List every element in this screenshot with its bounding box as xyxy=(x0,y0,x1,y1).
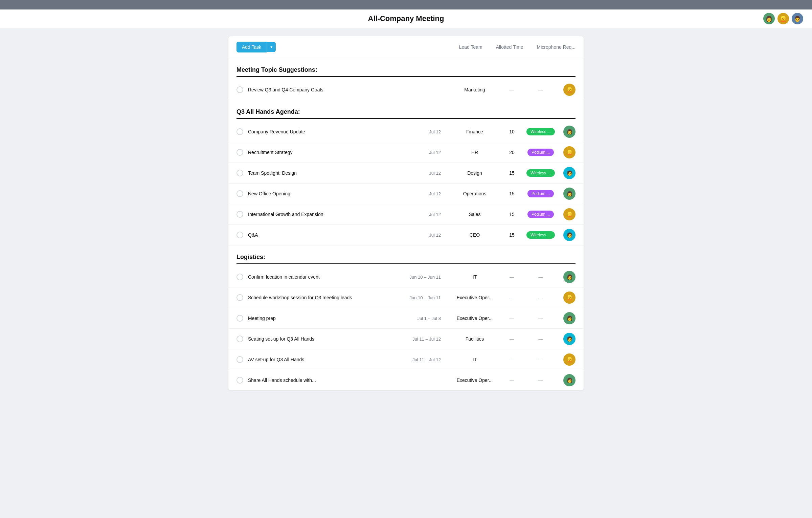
mic-badge[interactable]: Wireless ... xyxy=(526,128,555,135)
task-checkbox[interactable] xyxy=(236,149,243,156)
task-name: Seating set-up for Q3 All Hands xyxy=(248,336,397,342)
task-checkbox[interactable] xyxy=(236,86,243,93)
task-time: 15 xyxy=(502,232,522,238)
mic-badge[interactable]: Podium ... xyxy=(527,190,554,197)
task-date: Jul 12 xyxy=(397,212,441,217)
task-mic: — xyxy=(522,87,559,92)
task-time: — xyxy=(502,336,522,342)
task-team: Executive Oper... xyxy=(448,316,502,321)
task-date: Jul 11 – Jul 12 xyxy=(397,357,441,362)
task-name: Confirm location in calendar event xyxy=(248,274,397,280)
task-checkbox[interactable] xyxy=(236,294,243,301)
main-content: Add Task ▾ Lead Team Allotted Time Micro… xyxy=(0,28,812,398)
avatar: 👱 xyxy=(563,146,576,158)
table-row: Review Q3 and Q4 Company Goals Marketing… xyxy=(228,80,584,100)
avatar: 👱 xyxy=(563,292,576,304)
task-time: — xyxy=(502,357,522,362)
task-name: AV set-up for Q3 All Hands xyxy=(248,357,397,362)
page-title: All-Company Meeting xyxy=(368,14,444,23)
task-time: 15 xyxy=(502,191,522,196)
task-date: Jun 10 – Jun 11 xyxy=(397,295,441,300)
table-row: Share All Hands schedule with... Executi… xyxy=(228,370,584,390)
mic-badge[interactable]: Podium ... xyxy=(527,211,554,218)
task-team: IT xyxy=(448,357,502,362)
task-checkbox[interactable] xyxy=(236,170,243,176)
task-time: 20 xyxy=(502,150,522,155)
task-mic: Podium ... xyxy=(522,190,559,197)
section-logistics: Logistics: xyxy=(228,245,584,267)
task-name: Team Spotlight: Design xyxy=(248,170,397,176)
task-checkbox[interactable] xyxy=(236,377,243,384)
table-row: International Growth and Expansion Jul 1… xyxy=(228,204,584,225)
task-name: Schedule workshop session for Q3 meeting… xyxy=(248,295,397,300)
avatar-1[interactable]: 👩 xyxy=(763,12,775,25)
task-name: International Growth and Expansion xyxy=(248,212,397,217)
header-avatars: 👩 👱 👨 xyxy=(763,12,804,25)
section-q3-all-hands: Q3 All Hands Agenda: xyxy=(228,100,584,122)
section-meeting-topic-suggestions: Meeting Topic Suggestions: xyxy=(228,58,584,80)
task-time: — xyxy=(502,377,522,383)
task-name: Recruitment Strategy xyxy=(248,150,397,155)
avatar: 👩 xyxy=(563,374,576,386)
task-checkbox[interactable] xyxy=(236,232,243,238)
task-mic: Wireless ... xyxy=(522,128,559,135)
task-team: IT xyxy=(448,274,502,280)
task-checkbox[interactable] xyxy=(236,315,243,322)
task-mic: Podium ... xyxy=(522,211,559,218)
task-mic: — xyxy=(522,336,559,342)
table-row: New Office Opening Jul 12 Operations 15 … xyxy=(228,184,584,204)
task-team: Operations xyxy=(448,191,502,196)
task-checkbox[interactable] xyxy=(236,190,243,197)
task-time: — xyxy=(502,295,522,300)
avatar: 👱 xyxy=(563,208,576,220)
table-row: AV set-up for Q3 All Hands Jul 11 – Jul … xyxy=(228,349,584,370)
avatar: 👩 xyxy=(563,126,576,138)
avatar-2[interactable]: 👱 xyxy=(777,12,790,25)
task-team: Executive Oper... xyxy=(448,295,502,300)
task-date: Jul 12 xyxy=(397,129,441,134)
task-name: Share All Hands schedule with... xyxy=(248,377,397,383)
add-task-dropdown-button[interactable]: ▾ xyxy=(267,42,276,52)
col-lead-team: Lead Team xyxy=(459,44,482,50)
task-team: HR xyxy=(448,150,502,155)
mic-badge[interactable]: Podium ... xyxy=(527,149,554,156)
col-microphone-req: Microphone Req... xyxy=(537,44,576,50)
toolbar: Add Task ▾ Lead Team Allotted Time Micro… xyxy=(228,36,584,58)
task-team: Executive Oper... xyxy=(448,377,502,383)
top-bar xyxy=(0,0,812,9)
add-task-button[interactable]: Add Task xyxy=(236,42,267,52)
task-name: Q&A xyxy=(248,232,397,238)
toolbar-columns: Lead Team Allotted Time Microphone Req..… xyxy=(459,44,576,50)
avatar: 🧑 xyxy=(563,229,576,241)
task-mic: Wireless ... xyxy=(522,169,559,177)
task-checkbox[interactable] xyxy=(236,274,243,280)
task-checkbox[interactable] xyxy=(236,211,243,218)
mic-badge[interactable]: Wireless ... xyxy=(526,169,555,177)
avatar: 👩 xyxy=(563,271,576,283)
mic-badge[interactable]: Wireless ... xyxy=(526,231,555,239)
task-team: Finance xyxy=(448,129,502,134)
table-row: Company Revenue Update Jul 12 Finance 10… xyxy=(228,122,584,142)
task-mic: Wireless ... xyxy=(522,231,559,239)
task-team: Design xyxy=(448,170,502,176)
table-row: Q&A Jul 12 CEO 15 Wireless ... 🧑 xyxy=(228,225,584,245)
task-time: — xyxy=(502,274,522,280)
task-date: Jul 12 xyxy=(397,171,441,176)
task-checkbox[interactable] xyxy=(236,128,243,135)
task-name: New Office Opening xyxy=(248,191,397,196)
avatar: 👩 xyxy=(563,188,576,200)
task-time: 10 xyxy=(502,129,522,134)
avatar: 👩 xyxy=(563,312,576,324)
table-row: Meeting prep Jul 1 – Jul 3 Executive Ope… xyxy=(228,308,584,329)
task-checkbox[interactable] xyxy=(236,336,243,342)
task-date: Jul 1 – Jul 3 xyxy=(397,316,441,321)
task-checkbox[interactable] xyxy=(236,356,243,363)
task-date: Jul 11 – Jul 12 xyxy=(397,337,441,342)
task-team: Marketing xyxy=(448,87,502,92)
task-mic: — xyxy=(522,274,559,280)
avatar-3[interactable]: 👨 xyxy=(791,12,804,25)
header: All-Company Meeting 👩 👱 👨 xyxy=(0,9,812,28)
task-name: Meeting prep xyxy=(248,316,397,321)
task-mic: Podium ... xyxy=(522,149,559,156)
task-time: 15 xyxy=(502,212,522,217)
